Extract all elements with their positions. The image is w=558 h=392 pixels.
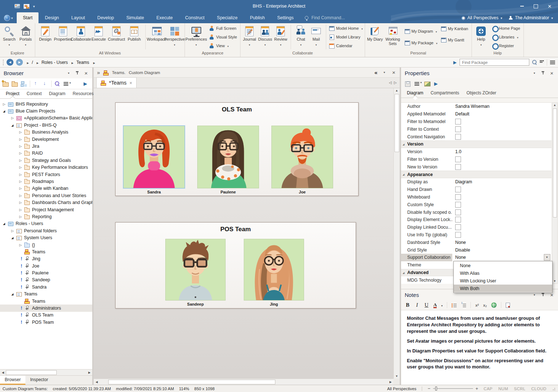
ribbon-button[interactable]: Mail [308, 24, 324, 51]
user-menu[interactable]: The Administrator [509, 15, 553, 20]
tree-item[interactable]: Key Performance Indicators [0, 164, 92, 171]
property-row[interactable]: Whiteboard [401, 193, 551, 201]
property-row[interactable]: Context Navigation [401, 133, 551, 140]
property-row[interactable]: Grid Style Disable [401, 246, 551, 254]
menu-icon[interactable] [550, 61, 555, 64]
status-toggle[interactable]: NUM [498, 387, 508, 391]
tree-item[interactable]: Reporting [0, 213, 92, 220]
breadcrumb-item[interactable]: Teams [70, 60, 91, 65]
tree-item[interactable]: Strategy and Goals [0, 157, 92, 164]
property-row[interactable]: Filter to Version [401, 156, 551, 163]
expand-icon[interactable] [19, 270, 24, 275]
avatar-sandeep[interactable] [165, 239, 226, 301]
tree-item[interactable]: Personal folders [0, 227, 92, 234]
ribbon-button[interactable]: Workspace [148, 24, 166, 51]
property-value[interactable]: None [452, 255, 551, 260]
find-package-input[interactable] [460, 59, 529, 66]
properties-tab[interactable]: Compartments [427, 89, 463, 98]
tree-item[interactable]: POS Team [0, 319, 92, 326]
quick-access-dropdown-icon[interactable] [33, 4, 35, 9]
actor-jing[interactable]: Jing [244, 239, 304, 306]
panel-menu-icon[interactable] [382, 70, 387, 75]
expand-icon[interactable] [19, 306, 24, 311]
scrollbar-thumb[interactable] [6, 370, 57, 375]
superscript-button[interactable]: x² [475, 303, 479, 307]
ribbon-small-button[interactable]: Home Page [492, 24, 522, 32]
search-icon[interactable] [532, 60, 537, 65]
property-value[interactable]: Diagram [452, 179, 551, 184]
property-row[interactable]: Support Collaboration None [401, 254, 551, 261]
tree-item[interactable]: System Users [0, 234, 92, 241]
expand-icon[interactable] [19, 159, 24, 162]
ribbon-small-button[interactable]: Register [492, 42, 522, 50]
tree-item[interactable]: Joe [0, 262, 92, 269]
pos-team-boundary[interactable]: POS Team [115, 222, 356, 309]
scrollbar-thumb[interactable] [395, 94, 399, 152]
expand-icon[interactable] [19, 285, 24, 290]
actor-joe[interactable]: Joe [271, 126, 333, 194]
focus-icon[interactable] [434, 81, 440, 86]
find-user-icon[interactable] [54, 81, 61, 86]
property-row[interactable]: Applied Metamodel Default [401, 110, 551, 118]
scroll-up-icon[interactable]: ▲ [552, 103, 557, 107]
tree-item[interactable]: PEST Factors [0, 171, 92, 178]
resize-grip[interactable] [552, 387, 555, 391]
bottom-tab[interactable]: Inspector [25, 376, 53, 385]
tree-item[interactable]: Jira [0, 143, 92, 150]
bullet-list-button[interactable] [452, 303, 457, 307]
scroll-left-icon[interactable]: ◀ [0, 371, 6, 374]
expand-icon[interactable] [11, 236, 16, 240]
ribbon-tab[interactable]: Construct [179, 12, 211, 23]
pin-icon[interactable] [541, 292, 546, 297]
expand-icon[interactable] [19, 151, 24, 155]
expand-icon[interactable] [19, 144, 24, 148]
property-value[interactable] [452, 119, 551, 124]
ribbon-tab[interactable]: Start [17, 12, 39, 23]
save-icon[interactable] [405, 81, 411, 86]
expand-icon[interactable] [3, 102, 8, 106]
zoom-slider-thumb[interactable] [435, 387, 437, 391]
back-button[interactable] [7, 59, 13, 66]
tree-item[interactable]: Personas and User Stories [0, 192, 92, 199]
ribbon-button[interactable]: Construct [108, 24, 125, 51]
avatar-joe[interactable] [271, 126, 333, 188]
property-row[interactable]: Dashboard Style None [401, 238, 551, 246]
scrollbar-thumb[interactable] [108, 380, 275, 384]
property-row[interactable]: Filter to Metamodel [401, 118, 551, 126]
tree-item[interactable]: Teams [0, 298, 92, 305]
expand-icon[interactable] [11, 116, 16, 120]
list-view-icon[interactable] [540, 60, 544, 64]
tree-item[interactable]: OLS Team [0, 312, 92, 319]
expand-icon[interactable] [19, 313, 24, 318]
bold-button[interactable]: B [405, 302, 410, 308]
tree-item[interactable]: Teams [0, 248, 92, 255]
app-logo-button[interactable] [0, 12, 17, 23]
tree-item[interactable]: Administrators [0, 305, 92, 311]
close-icon[interactable] [391, 70, 396, 75]
ribbon-button[interactable]: Properties [54, 24, 72, 51]
breadcrumb-item[interactable]: Roles - Users [35, 60, 69, 65]
close-icon[interactable] [84, 70, 89, 75]
property-row[interactable]: Version [401, 140, 551, 148]
tree-item[interactable]: Jing [0, 256, 92, 262]
ribbon-small-button[interactable]: View [209, 42, 239, 50]
ribbon-button[interactable]: Portals [17, 24, 34, 51]
expand-icon[interactable] [19, 243, 24, 247]
ribbon-button[interactable]: Perspective [166, 24, 183, 51]
expand-icon[interactable] [3, 109, 8, 113]
property-value[interactable]: Sandra Wiseman [452, 104, 551, 109]
property-value[interactable] [452, 202, 551, 208]
tree-item[interactable]: Development [0, 136, 92, 143]
expand-panel-icon[interactable] [97, 69, 100, 75]
expand-icon[interactable] [19, 320, 24, 325]
ribbon-small-button[interactable]: My Package [404, 39, 438, 47]
ribbon-small-button[interactable]: Full Screen [209, 24, 239, 32]
perspectives-selector[interactable]: All Perspectives [461, 15, 502, 20]
numbered-list-button[interactable] [461, 303, 466, 307]
dropdown-option[interactable]: With Both [454, 285, 552, 292]
status-perspectives[interactable]: All Perspectives [387, 387, 416, 391]
property-value[interactable] [452, 156, 551, 162]
tree-item[interactable]: Teams [0, 291, 92, 298]
forward-button[interactable] [16, 59, 23, 66]
property-value[interactable] [452, 164, 551, 170]
